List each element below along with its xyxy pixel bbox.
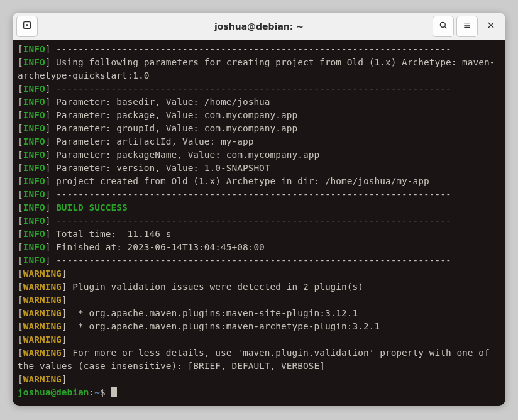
log-line: [INFO] Parameter: packageName, Value: co… bbox=[18, 148, 500, 162]
prompt-path: ~ bbox=[94, 387, 100, 397]
log-line: [WARNING] bbox=[18, 294, 500, 307]
level-info: INFO bbox=[23, 136, 45, 146]
log-line: [INFO] Parameter: basedir, Value: /home/… bbox=[18, 96, 500, 109]
level-info: INFO bbox=[23, 229, 45, 239]
log-line: [WARNING] * org.apache.maven.plugins:mav… bbox=[18, 307, 500, 320]
level-warning: WARNING bbox=[23, 348, 62, 358]
log-line: [INFO] Total time: 11.146 s bbox=[18, 228, 500, 241]
build-success-label: BUILD SUCCESS bbox=[56, 202, 128, 213]
log-line: [INFO] ---------------------------------… bbox=[18, 43, 500, 56]
log-line: [INFO] Parameter: groupId, Value: com.my… bbox=[18, 122, 500, 135]
log-line: [INFO] ---------------------------------… bbox=[18, 214, 500, 228]
level-info: INFO bbox=[23, 163, 45, 173]
level-warning: WARNING bbox=[23, 334, 62, 345]
level-warning: WARNING bbox=[23, 308, 62, 318]
log-line: [WARNING] * org.apache.maven.plugins:mav… bbox=[18, 320, 500, 333]
level-info: INFO bbox=[23, 255, 45, 265]
log-line: [WARNING] bbox=[18, 373, 500, 386]
level-warning: WARNING bbox=[23, 374, 62, 384]
close-icon bbox=[486, 20, 496, 32]
level-info: INFO bbox=[23, 176, 45, 186]
svg-point-3 bbox=[440, 22, 445, 27]
log-line: [WARNING] Plugin validation issues were … bbox=[18, 280, 500, 294]
search-button[interactable] bbox=[433, 16, 454, 37]
log-line: [INFO] BUILD SUCCESS bbox=[18, 201, 500, 214]
log-line: [INFO] Parameter: version, Value: 1.0-SN… bbox=[18, 162, 500, 175]
level-info: INFO bbox=[23, 110, 45, 120]
new-tab-icon bbox=[22, 20, 32, 32]
level-info: INFO bbox=[23, 242, 45, 252]
level-warning: WARNING bbox=[23, 321, 62, 331]
level-info: INFO bbox=[23, 216, 45, 226]
window-title: joshua@debian: ~ bbox=[13, 21, 505, 31]
cursor bbox=[111, 387, 117, 397]
level-warning: WARNING bbox=[23, 295, 62, 305]
level-info: INFO bbox=[23, 84, 45, 94]
terminal-output[interactable]: [INFO] ---------------------------------… bbox=[13, 40, 505, 406]
log-line: [INFO] Using following parameters for cr… bbox=[18, 56, 500, 82]
log-line: [INFO] Parameter: artifactId, Value: my-… bbox=[18, 135, 500, 148]
titlebar: joshua@debian: ~ bbox=[13, 13, 505, 40]
prompt-colon: : bbox=[89, 387, 95, 397]
svg-line-4 bbox=[444, 26, 446, 28]
level-info: INFO bbox=[23, 44, 45, 54]
menu-button[interactable] bbox=[456, 16, 478, 37]
log-line: [WARNING] bbox=[18, 267, 500, 280]
log-line: [WARNING] bbox=[18, 333, 500, 346]
level-info: INFO bbox=[23, 97, 45, 107]
log-line: [INFO] ---------------------------------… bbox=[18, 188, 500, 201]
prompt-userhost: joshua@debian bbox=[18, 387, 89, 397]
log-line: [INFO] ---------------------------------… bbox=[18, 254, 500, 267]
prompt-symbol: $ bbox=[100, 387, 111, 397]
level-info: INFO bbox=[23, 189, 45, 199]
search-icon bbox=[438, 20, 448, 32]
level-info: INFO bbox=[23, 150, 45, 160]
level-info: INFO bbox=[23, 202, 45, 213]
level-info: INFO bbox=[23, 123, 45, 133]
log-line: [INFO] Parameter: package, Value: com.my… bbox=[18, 109, 500, 122]
log-line: [INFO] project created from Old (1.x) Ar… bbox=[18, 175, 500, 188]
prompt-line[interactable]: joshua@debian:~$ bbox=[18, 386, 500, 399]
log-line: [INFO] ---------------------------------… bbox=[18, 82, 500, 96]
level-info: INFO bbox=[23, 57, 45, 67]
hamburger-menu-icon bbox=[462, 20, 472, 32]
close-button[interactable] bbox=[480, 16, 502, 37]
level-warning: WARNING bbox=[23, 282, 62, 292]
new-tab-button[interactable] bbox=[16, 16, 38, 37]
level-warning: WARNING bbox=[23, 268, 62, 279]
terminal-window: joshua@debian: ~ [INFO] ----------------… bbox=[13, 13, 505, 406]
log-line: [INFO] Finished at: 2023-06-14T13:04:45+… bbox=[18, 241, 500, 254]
log-line: [WARNING] For more or less details, use … bbox=[18, 346, 500, 373]
